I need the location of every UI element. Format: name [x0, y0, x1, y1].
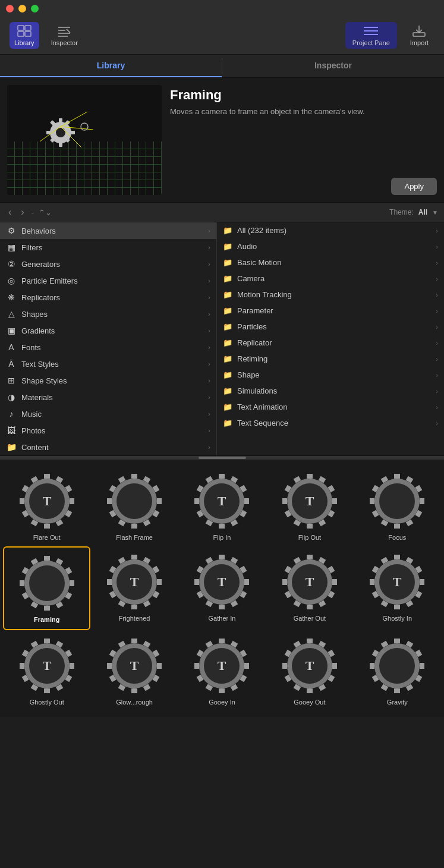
nav-spinner[interactable]: ⌃⌄ — [39, 208, 52, 217]
project-pane-btn[interactable]: Project Pane — [345, 22, 397, 49]
right-pane-item[interactable]: 📁 Text Animation › — [217, 399, 444, 415]
left-pane-item[interactable]: ▦ Filters › — [0, 239, 216, 256]
tab-bar: Library Inspector — [0, 55, 444, 78]
thumbnail-item[interactable]: T Ghostly In — [354, 546, 441, 630]
svg-marker-168 — [370, 579, 374, 585]
folder-icon: 📁 — [223, 242, 232, 251]
right-pane-item[interactable]: 📁 All (232 items) › — [217, 222, 444, 238]
theme-dropdown-arrow[interactable]: ▼ — [432, 209, 438, 216]
chevron-right-icon: › — [208, 244, 210, 251]
thumbnail-item[interactable]: T Flip Out — [266, 466, 353, 546]
svg-marker-222 — [332, 663, 337, 669]
project-pane-label: Project Pane — [352, 39, 390, 46]
left-pane-item[interactable]: ❋ Replicators › — [0, 289, 216, 306]
pane-item-icon: ⚙ — [6, 226, 17, 235]
back-button[interactable]: ‹ — [6, 206, 14, 219]
close-button[interactable] — [6, 5, 14, 12]
svg-marker-132 — [244, 579, 249, 585]
thumbnail-label: Gather Out — [294, 614, 326, 622]
thumbnail-label: Gather In — [209, 614, 236, 622]
svg-marker-201 — [131, 639, 137, 643]
right-pane-item[interactable]: 📁 Replicator › — [217, 335, 444, 351]
svg-marker-177 — [70, 663, 74, 669]
library-toolbar-btn[interactable]: Library — [10, 22, 39, 49]
thumbnail-label: Flip Out — [298, 533, 322, 542]
thumbnail-item[interactable]: T Flare Out — [3, 466, 90, 546]
right-pane-item[interactable]: 📁 Parameter › — [217, 303, 444, 319]
inspector-label: Inspector — [51, 39, 78, 46]
gear-icon: T — [280, 552, 339, 612]
thumbnail-item[interactable]: T Frightened — [90, 546, 178, 630]
svg-marker-123 — [107, 579, 112, 585]
thumbnail-item[interactable]: Gravity — [354, 630, 441, 711]
svg-text:T: T — [218, 574, 226, 589]
thumbnail-item[interactable]: T Gather Out — [266, 546, 353, 630]
inspector-toolbar-btn[interactable]: Inspector — [46, 22, 83, 49]
thumbnail-grid: T Flare Out — [0, 460, 444, 717]
left-pane-item[interactable]: ♪ Music › — [0, 405, 216, 422]
svg-marker-92 — [394, 524, 400, 529]
thumbnail-item[interactable]: T Flip In — [178, 466, 266, 546]
chevron-right-icon: › — [436, 356, 438, 363]
left-pane-item[interactable]: A Fonts › — [0, 339, 216, 356]
theme-value[interactable]: All — [418, 208, 427, 216]
nav-dash: - — [32, 208, 34, 217]
right-pane-item[interactable]: 📁 Simulations › — [217, 383, 444, 399]
pane-item-icon: 📁 — [6, 442, 17, 452]
right-pane-item[interactable]: 📁 Audio › — [217, 238, 444, 254]
svg-text:T: T — [306, 574, 314, 589]
gear-icon: T — [280, 636, 339, 696]
left-pane-item[interactable]: ◎ Particle Emitters › — [0, 272, 216, 289]
svg-marker-112 — [44, 556, 50, 561]
svg-marker-192 — [157, 663, 162, 669]
right-pane-item[interactable]: 📁 Text Sequence › — [217, 415, 444, 431]
toolbar: Library Inspector Project Pane — [0, 17, 444, 55]
thumbnail-item[interactable]: Focus — [354, 466, 441, 546]
left-pane-item[interactable]: Ā Text Styles › — [0, 356, 216, 372]
apply-button[interactable]: Apply — [391, 178, 437, 195]
svg-rect-2 — [18, 32, 24, 36]
chevron-right-icon: › — [208, 394, 210, 401]
library-section: ⚙ Behaviors › ▦ Filters › ② Generators ›… — [0, 222, 444, 456]
svg-marker-80 — [282, 498, 287, 504]
pane-item-label: Photos — [21, 426, 203, 435]
thumbnail-item[interactable]: T Gooey Out — [266, 630, 353, 711]
pane-item-label: Materials — [21, 393, 203, 402]
tab-inspector[interactable]: Inspector — [222, 55, 444, 77]
left-pane-item[interactable]: ⚙ Behaviors › — [0, 222, 216, 239]
thumbnail-item[interactable]: Flash Frame — [90, 466, 178, 546]
left-pane-item[interactable]: ② Generators › — [0, 256, 216, 272]
svg-rect-16 — [59, 118, 62, 123]
right-pane-item[interactable]: 📁 Retiming › — [217, 351, 444, 367]
left-pane-item[interactable]: 🖼 Photos › — [0, 422, 216, 439]
pane-item-icon: ❋ — [6, 293, 17, 302]
thumbnail-item[interactable]: T Ghostly Out — [3, 630, 90, 711]
svg-text:T: T — [218, 493, 226, 508]
thumbnail-item[interactable]: T Glow...rough — [90, 630, 178, 711]
forward-button[interactable]: › — [18, 206, 26, 219]
left-pane-item[interactable]: △ Shapes › — [0, 306, 216, 322]
right-pane-item[interactable]: 📁 Camera › — [217, 271, 444, 287]
gear-icon — [17, 553, 77, 613]
scrollbar-thumb[interactable] — [199, 457, 246, 459]
svg-text:T: T — [393, 574, 402, 589]
preview-image — [7, 85, 162, 195]
import-btn[interactable]: Import — [404, 22, 434, 49]
right-pane-item[interactable]: 📁 Shape › — [217, 367, 444, 383]
right-pane-item[interactable]: 📁 Basic Motion › — [217, 254, 444, 271]
chevron-right-icon: › — [436, 227, 438, 234]
left-pane-item[interactable]: ⊞ Shape Styles › — [0, 372, 216, 389]
left-pane-item[interactable]: 📁 Content › — [0, 439, 216, 455]
left-pane-item[interactable]: ◑ Materials › — [0, 389, 216, 405]
svg-marker-231 — [307, 639, 313, 643]
minimize-button[interactable] — [18, 5, 26, 12]
thumbnail-item[interactable]: Framing — [3, 546, 90, 630]
thumbnail-item[interactable]: T Gather In — [178, 546, 266, 630]
right-pane-item[interactable]: 📁 Motion Tracking › — [217, 287, 444, 303]
chevron-right-icon: › — [436, 259, 438, 266]
tab-library[interactable]: Library — [0, 55, 222, 77]
maximize-button[interactable] — [31, 5, 39, 12]
left-pane-item[interactable]: ▣ Gradients › — [0, 322, 216, 339]
thumbnail-item[interactable]: T Gooey In — [178, 630, 266, 711]
right-pane-item[interactable]: 📁 Particles › — [217, 319, 444, 335]
